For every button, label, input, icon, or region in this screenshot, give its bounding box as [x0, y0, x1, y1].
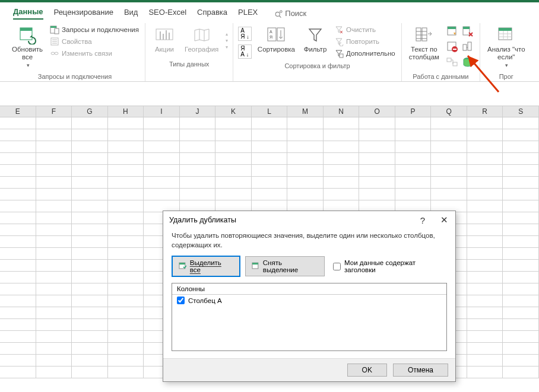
consolidate-button[interactable]	[461, 40, 475, 54]
grid-cell[interactable]	[0, 189, 36, 200]
column-header[interactable]: R	[467, 106, 503, 117]
grid-cell[interactable]	[144, 117, 180, 129]
grid-cell[interactable]	[431, 129, 467, 141]
chevron-down-icon[interactable]: ▾	[226, 38, 228, 43]
column-header[interactable]: S	[503, 106, 539, 117]
grid-cell[interactable]	[108, 366, 144, 378]
grid-cell[interactable]	[0, 319, 36, 330]
grid-cell[interactable]	[72, 141, 108, 152]
grid-cell[interactable]	[503, 307, 539, 318]
column-header[interactable]: P	[395, 106, 432, 117]
grid-cell[interactable]	[395, 129, 432, 141]
grid-cell[interactable]	[467, 177, 503, 188]
grid-cell[interactable]	[72, 295, 108, 307]
relationships-button[interactable]	[445, 55, 459, 69]
queries-and-connections-button[interactable]: Запросы и подключения	[49, 24, 140, 35]
refresh-all-button[interactable]: Обновить все ▾	[9, 24, 45, 69]
grid-cell[interactable]	[0, 295, 36, 307]
grid-cell[interactable]	[72, 355, 108, 366]
grid-cell[interactable]	[215, 117, 252, 129]
grid-cell[interactable]	[467, 331, 503, 342]
text-to-columns-button[interactable]: Текст по столбцам	[407, 24, 442, 62]
grid-cell[interactable]	[72, 224, 108, 235]
columns-list[interactable]: Колонны Столбец A	[172, 283, 447, 351]
grid-cell[interactable]	[0, 248, 36, 259]
grid-cell[interactable]	[108, 295, 144, 307]
grid-cell[interactable]	[287, 141, 324, 152]
grid-cell[interactable]	[0, 343, 36, 354]
grid-cell[interactable]	[467, 248, 503, 259]
grid-cell[interactable]	[215, 129, 252, 141]
grid-cell[interactable]	[108, 248, 144, 259]
grid-cell[interactable]	[180, 129, 216, 141]
tab-review[interactable]: Рецензирование	[54, 8, 113, 19]
column-header[interactable]: Q	[431, 106, 467, 117]
grid-cell[interactable]	[503, 141, 539, 152]
grid-cell[interactable]	[108, 117, 144, 129]
grid-cell[interactable]	[36, 165, 72, 176]
grid-cell[interactable]	[36, 319, 72, 330]
grid-cell[interactable]	[467, 343, 503, 354]
grid-cell[interactable]	[36, 366, 72, 378]
grid-cell[interactable]	[144, 141, 180, 152]
column-header[interactable]: I	[144, 106, 180, 117]
grid-cell[interactable]	[467, 236, 503, 247]
grid-cell[interactable]	[144, 177, 180, 188]
grid-cell[interactable]	[467, 117, 503, 129]
grid-cell[interactable]	[0, 260, 36, 271]
tab-seo-excel[interactable]: SEO-Excel	[148, 8, 186, 19]
grid-cell[interactable]	[503, 236, 539, 247]
grid-cell[interactable]	[108, 272, 144, 283]
grid-cell[interactable]	[72, 366, 108, 378]
grid-cell[interactable]	[0, 117, 36, 129]
grid-cell[interactable]	[503, 272, 539, 283]
grid-cell[interactable]	[0, 272, 36, 283]
grid-cell[interactable]	[324, 177, 360, 188]
grid-cell[interactable]	[36, 129, 72, 141]
column-header[interactable]: H	[108, 106, 144, 117]
grid-cell[interactable]	[108, 343, 144, 354]
grid-cell[interactable]	[180, 141, 216, 152]
grid-cell[interactable]	[0, 129, 36, 141]
select-all-button[interactable]: Выделить все	[172, 256, 240, 277]
grid-cell[interactable]	[467, 355, 503, 366]
grid-cell[interactable]	[0, 200, 36, 212]
grid-cell[interactable]	[0, 307, 36, 318]
more-icon[interactable]: ▾	[226, 44, 228, 50]
grid-cell[interactable]	[72, 212, 108, 224]
grid-cell[interactable]	[72, 283, 108, 295]
edit-links-button[interactable]: Изменить связи	[49, 48, 140, 59]
grid-cell[interactable]	[36, 355, 72, 366]
grid-cell[interactable]	[144, 153, 180, 164]
grid-cell[interactable]	[395, 177, 432, 188]
column-checkbox-item[interactable]: Столбец A	[172, 295, 446, 306]
grid-cell[interactable]	[36, 117, 72, 129]
grid-cell[interactable]	[503, 248, 539, 259]
grid-cell[interactable]	[467, 224, 503, 235]
properties-button[interactable]: Свойства	[49, 36, 140, 47]
grid-cell[interactable]	[36, 295, 72, 307]
grid-cell[interactable]	[144, 129, 180, 141]
grid-cell[interactable]	[0, 236, 36, 247]
reapply-filter-button[interactable]: Повторить	[333, 36, 397, 47]
column-header[interactable]: J	[180, 106, 216, 117]
grid-cell[interactable]	[108, 129, 144, 141]
grid-cell[interactable]	[467, 129, 503, 141]
grid-cell[interactable]	[0, 165, 36, 176]
grid-cell[interactable]	[215, 141, 252, 152]
grid-cell[interactable]	[359, 153, 395, 164]
grid-cell[interactable]	[36, 343, 72, 354]
grid-cell[interactable]	[72, 331, 108, 342]
grid-cell[interactable]	[503, 129, 539, 141]
grid-cell[interactable]	[431, 153, 467, 164]
grid-cell[interactable]	[431, 117, 467, 129]
dialog-help-button[interactable]: ?	[417, 215, 428, 225]
grid-cell[interactable]	[503, 366, 539, 378]
grid-cell[interactable]	[108, 319, 144, 330]
grid-cell[interactable]	[503, 189, 539, 200]
data-validation-button[interactable]	[445, 40, 459, 54]
grid-cell[interactable]	[395, 153, 432, 164]
grid-cell[interactable]	[108, 212, 144, 224]
grid-cell[interactable]	[36, 307, 72, 318]
grid-cell[interactable]	[503, 260, 539, 271]
